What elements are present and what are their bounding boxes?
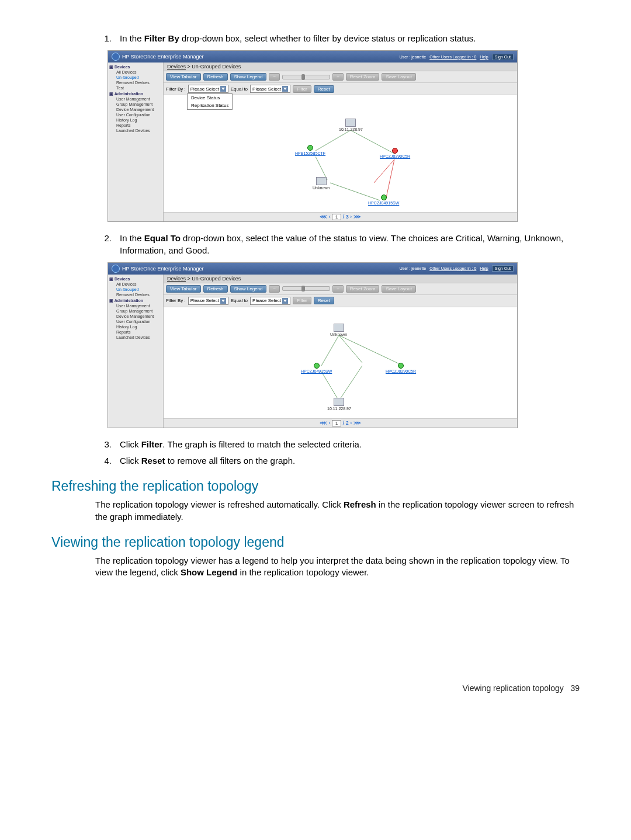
help-link[interactable]: Help bbox=[480, 55, 488, 59]
bc-devices[interactable]: Devices bbox=[167, 64, 186, 70]
device-icon bbox=[345, 119, 356, 127]
sidebar-usermgmt[interactable]: User Management bbox=[109, 303, 162, 308]
zoom-out-button[interactable]: − bbox=[269, 73, 280, 81]
sidebar-groupmgmt[interactable]: Group Management bbox=[109, 102, 162, 107]
sidebar-groupmgmt[interactable]: Group Management bbox=[109, 308, 162, 314]
pager-current[interactable] bbox=[332, 420, 341, 426]
help-link[interactable]: Help bbox=[480, 266, 488, 270]
pager-prev[interactable]: ‹ bbox=[329, 420, 331, 426]
sidebar-launched[interactable]: Launched Devices bbox=[109, 128, 162, 133]
sidebar-all[interactable]: All Devices bbox=[109, 282, 162, 287]
filter-button[interactable]: Filter bbox=[293, 297, 311, 304]
dd-replication-status[interactable]: Replication Status bbox=[188, 102, 232, 109]
refresh-button[interactable]: Refresh bbox=[203, 285, 228, 293]
node-label: HPCZJ0290C5R bbox=[380, 154, 410, 158]
sidebar-usercfg[interactable]: User Configuration bbox=[109, 319, 162, 324]
node-b[interactable]: HPB1525B5CTF bbox=[295, 145, 325, 155]
filter-button[interactable]: Filter bbox=[293, 85, 311, 93]
pager-first[interactable]: ⋘ bbox=[320, 420, 327, 426]
step-1-num: 1. bbox=[95, 33, 120, 44]
equal-to-select[interactable]: Please Select bbox=[250, 297, 290, 305]
sidebar-admin[interactable]: ▣ Administration bbox=[109, 92, 162, 96]
svg-line-10 bbox=[339, 366, 362, 401]
sidebar-reports[interactable]: Reports bbox=[109, 329, 162, 335]
pager-next[interactable]: › bbox=[350, 420, 352, 426]
bold: Equal To bbox=[144, 233, 181, 243]
pager-current[interactable] bbox=[332, 214, 341, 220]
pager-first[interactable]: ⋘ bbox=[320, 214, 327, 220]
equal-to-select[interactable]: Please Select bbox=[250, 85, 290, 93]
filter-by-select[interactable]: Please Select bbox=[188, 85, 228, 93]
step-4: 4. Click Reset to remove all filters on … bbox=[95, 455, 580, 467]
txt: Click bbox=[120, 456, 141, 466]
sidebar-usercfg[interactable]: User Configuration bbox=[109, 112, 162, 117]
zoom-in-button[interactable]: + bbox=[332, 285, 344, 293]
node-unknown-ip[interactable]: 10.11.228.97 bbox=[339, 119, 363, 131]
sidebar-test[interactable]: Test bbox=[109, 85, 162, 91]
chevron-down-icon bbox=[220, 86, 226, 92]
node-c[interactable]: HPCZJ0290C5R bbox=[380, 148, 410, 158]
node-b2[interactable]: HPCZJ04915SW bbox=[301, 363, 332, 373]
sidebar-all[interactable]: All Devices bbox=[109, 70, 162, 75]
zoom-in-button[interactable]: + bbox=[332, 73, 344, 81]
chevron-down-icon bbox=[220, 298, 226, 304]
refresh-button[interactable]: Refresh bbox=[203, 73, 228, 81]
other-users[interactable]: Other Users Logged in : 0 bbox=[429, 266, 476, 270]
zoom-slider[interactable] bbox=[282, 75, 330, 79]
node-d[interactable]: Unknown bbox=[313, 177, 330, 190]
sidebar-launched[interactable]: Launched Devices bbox=[109, 335, 162, 340]
topology-canvas[interactable]: Unknown HPCZJ04915SW HPCZJ0290C5R 10.11.… bbox=[164, 307, 517, 418]
view-tabular-button[interactable]: View Tabular bbox=[166, 285, 201, 293]
sidebar-devices[interactable]: ▣ Devices bbox=[109, 65, 162, 70]
sidebar-history[interactable]: History Log bbox=[109, 324, 162, 329]
topology-canvas[interactable]: 10.11.228.97 HPB1525B5CTF HPCZJ0290C5R U… bbox=[164, 95, 517, 212]
sidebar-devmgmt[interactable]: Device Management bbox=[109, 314, 162, 319]
node-label: HPCZJ04915SW bbox=[368, 201, 399, 205]
pager-last[interactable]: ⋙ bbox=[353, 214, 361, 220]
signout-button[interactable]: Sign Out bbox=[492, 54, 514, 60]
reset-zoom-button[interactable]: Reset Zoom bbox=[346, 285, 380, 293]
show-legend-button[interactable]: Show Legend bbox=[230, 285, 267, 293]
dd-device-status[interactable]: Device Status bbox=[188, 94, 232, 102]
reset-zoom-button[interactable]: Reset Zoom bbox=[346, 73, 380, 81]
node-unknown[interactable]: Unknown bbox=[330, 324, 347, 336]
sidebar-reports[interactable]: Reports bbox=[109, 123, 162, 128]
signout-button[interactable]: Sign Out bbox=[492, 265, 514, 272]
sidebar-admin[interactable]: ▣ Administration bbox=[109, 298, 162, 303]
view-tabular-button[interactable]: View Tabular bbox=[166, 73, 201, 81]
sidebar-devmgmt[interactable]: Device Management bbox=[109, 107, 162, 112]
app-title: HP StoreOnce Enterprise Manager bbox=[122, 54, 203, 60]
sidebar-history[interactable]: History Log bbox=[109, 117, 162, 123]
sidebar-ungrouped[interactable]: Un-Grouped bbox=[109, 287, 162, 292]
pager-last[interactable]: ⋙ bbox=[353, 420, 361, 426]
pager-prev[interactable]: ‹ bbox=[329, 214, 331, 220]
pager-next[interactable]: › bbox=[350, 214, 352, 220]
zoom-out-button[interactable]: − bbox=[269, 285, 280, 293]
user-label: User : jeanette bbox=[400, 266, 427, 270]
sidebar-usermgmt[interactable]: User Management bbox=[109, 96, 162, 102]
user-label: User : jeanette bbox=[400, 55, 427, 59]
node-d2[interactable]: 10.11.228.97 bbox=[327, 398, 351, 411]
sidebar-devices[interactable]: ▣ Devices bbox=[109, 277, 162, 282]
save-layout-button[interactable]: Save Layout bbox=[382, 73, 415, 81]
sidebar-removed[interactable]: Removed Devices bbox=[109, 292, 162, 297]
bc-devices[interactable]: Devices bbox=[167, 276, 186, 282]
filter-by-dropdown: Device Status Replication Status bbox=[187, 93, 233, 110]
bold: Reset bbox=[141, 456, 165, 466]
txt: The replication topology viewer is refre… bbox=[95, 499, 344, 509]
node-e[interactable]: HPCZJ04915SW bbox=[368, 195, 399, 205]
sidebar-removed[interactable]: Removed Devices bbox=[109, 80, 162, 85]
filter-by-select[interactable]: Please Select bbox=[188, 297, 228, 305]
save-layout-button[interactable]: Save Layout bbox=[382, 285, 415, 293]
show-legend-button[interactable]: Show Legend bbox=[230, 73, 267, 81]
device-icon bbox=[334, 398, 344, 406]
node-c2[interactable]: HPCZJ0290C5R bbox=[386, 363, 416, 373]
zoom-slider[interactable] bbox=[282, 286, 330, 291]
reset-button[interactable]: Reset bbox=[314, 85, 334, 93]
sidebar-ungrouped[interactable]: Un-Grouped bbox=[109, 75, 162, 80]
status-ok-icon bbox=[307, 145, 313, 151]
other-users[interactable]: Other Users Logged in : 0 bbox=[429, 55, 476, 59]
txt: drop-down box, select the value of the s… bbox=[120, 233, 563, 255]
reset-button[interactable]: Reset bbox=[314, 297, 334, 304]
app-titlebar: HP StoreOnce Enterprise Manager User : j… bbox=[108, 51, 517, 63]
